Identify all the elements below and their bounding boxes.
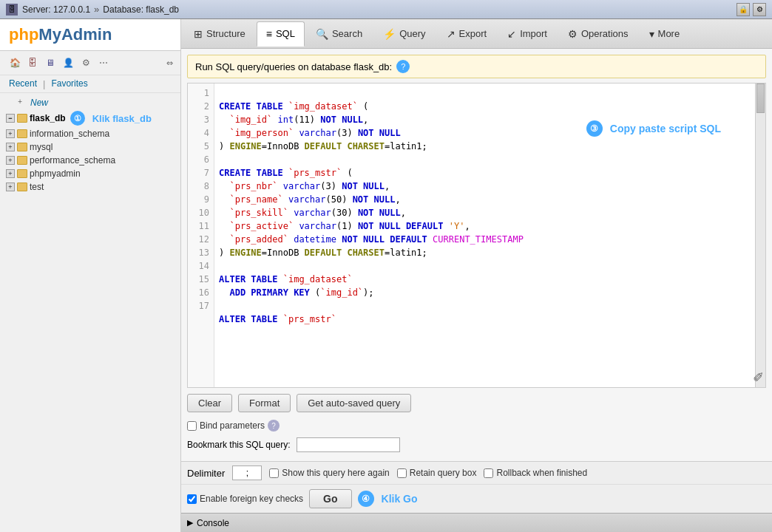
scrollbar-vertical[interactable] (755, 83, 765, 387)
logo: phpMyAdmin (0, 19, 180, 51)
settings-icon[interactable]: ⚙ (753, 3, 766, 16)
lock-icon[interactable]: 🔒 (737, 3, 750, 16)
delimiter-input[interactable] (232, 466, 262, 480)
show-query-checkbox[interactable] (269, 468, 279, 478)
tab-search[interactable]: 🔍 Search (306, 21, 372, 47)
db-information-schema[interactable]: + information_schema (0, 127, 180, 140)
retain-query-option: Retain query box (397, 468, 477, 478)
tab-more[interactable]: ▾ More (640, 21, 690, 47)
bind-params-option: Bind parameters ? (187, 420, 280, 432)
title-bar: 🗄 Server: 127.0.0.1 » Database: flask_db… (0, 0, 772, 19)
tab-sql[interactable]: ≡ SQL ② Klik tab SQL (257, 21, 305, 47)
tab-export[interactable]: ↗ Export (437, 21, 497, 47)
db-flask-db[interactable]: − flask_db ① Klik flask_db (0, 109, 180, 127)
tab-query[interactable]: ⚡ Query (373, 21, 435, 47)
bottom-section: Delimiter Show this query here again Ret… (181, 461, 772, 513)
help-icon[interactable]: ? (396, 60, 410, 73)
bind-params-checkbox[interactable] (187, 421, 197, 431)
expand-editor-icon[interactable]: ✐ (753, 369, 764, 386)
console-label: Console (197, 518, 229, 528)
bookmark-row: Bookmark this SQL query: (187, 434, 766, 455)
bind-params-row: Bind parameters ? (187, 417, 766, 434)
sql-header: Run SQL query/queries on database flask_… (187, 55, 766, 78)
separator: » (94, 4, 99, 15)
favorites-link[interactable]: Favorites (48, 78, 90, 89)
annotation-1: ① (70, 111, 85, 126)
retain-query-label: Retain query box (410, 468, 477, 478)
rollback-checkbox[interactable] (484, 468, 493, 478)
clear-button[interactable]: Clear (187, 394, 232, 412)
main-content: ⊞ Structure ≡ SQL ② Klik tab SQL 🔍 Searc… (181, 19, 772, 532)
console-icon: ▶ (187, 518, 193, 528)
expand-perf-schema[interactable]: + (6, 156, 15, 165)
show-query-option: Show this query here again (269, 468, 389, 478)
rollback-label: Rollback when finished (496, 468, 587, 478)
tab-import[interactable]: ↙ Import (498, 21, 557, 47)
foreign-keys-checkbox[interactable] (187, 494, 197, 504)
go-button[interactable]: Go (309, 489, 351, 508)
new-icon: + (18, 98, 28, 108)
autosave-button[interactable]: Get auto-saved query (297, 394, 411, 412)
scrollbar-thumb[interactable] (756, 83, 765, 113)
bookmark-label: Bookmark this SQL query: (187, 440, 291, 450)
db-performance-schema[interactable]: + performance_schema (0, 154, 180, 167)
bind-params-label: Bind parameters (200, 420, 265, 431)
folder-test (17, 183, 27, 191)
expand-info-schema[interactable]: + (6, 129, 15, 138)
rollback-option: Rollback when finished (484, 468, 587, 478)
folder-phpmyadmin (17, 169, 27, 178)
bookmark-input[interactable] (297, 437, 400, 452)
import-icon: ↙ (507, 28, 516, 40)
users-icon[interactable]: 👤 (61, 55, 75, 70)
go-row: Enable foreign key checks Go ④ Klik Go (181, 485, 772, 513)
console-bar[interactable]: ▶ Console (181, 513, 772, 532)
expand-test[interactable]: + (6, 183, 15, 191)
more-icon[interactable]: ⋯ (96, 55, 111, 70)
window-controls[interactable]: 🔒 ⚙ (737, 3, 766, 16)
sql-icon: ≡ (266, 28, 272, 40)
expand-phpmyadmin[interactable]: + (6, 169, 15, 178)
sidebar: phpMyAdmin 🏠 🗄 🖥 👤 ⚙ ⋯ ⇔ Recent | Favori… (0, 19, 181, 532)
db-tree: + New − flask_db ① Klik flask_db + infor… (0, 93, 180, 532)
retain-query-checkbox[interactable] (397, 468, 407, 478)
logo-my: My (38, 25, 61, 44)
format-button[interactable]: Format (238, 394, 291, 412)
folder-perf-schema (17, 156, 27, 165)
settings-icon[interactable]: ⚙ (78, 55, 93, 70)
server-label: Server: 127.0.0.1 (22, 4, 90, 15)
folder-flask-db (17, 114, 27, 123)
foreign-key-option: Enable foreign key checks (187, 494, 303, 504)
code-editor[interactable]: ③ Copy paste script SQL 1 2 3 4 5 6 7 8 … (187, 83, 766, 388)
export-icon: ↗ (447, 28, 456, 40)
database-icon[interactable]: 🗄 (25, 55, 40, 70)
bind-params-help[interactable]: ? (268, 420, 280, 432)
sidebar-nav: Recent | Favorites (0, 75, 180, 93)
structure-icon: ⊞ (194, 28, 203, 40)
db-test[interactable]: + test (0, 180, 180, 194)
search-icon: 🔍 (316, 28, 328, 40)
recent-link[interactable]: Recent (6, 78, 40, 89)
content-body: Run SQL query/queries on database flask_… (181, 49, 772, 461)
line-numbers: 1 2 3 4 5 6 7 8 9 10 11 12 13 14 15 16 1 (188, 83, 214, 387)
expand-flask-db[interactable]: − (6, 114, 15, 123)
foreign-keys-label: Enable foreign key checks (200, 494, 303, 504)
new-item[interactable]: + New (0, 96, 180, 109)
expand-mysql[interactable]: + (6, 143, 15, 151)
folder-info-schema (17, 129, 27, 138)
expand-icon[interactable]: ⇔ (166, 58, 173, 68)
home-icon[interactable]: 🏠 (7, 55, 22, 70)
sql-header-text: Run SQL query/queries on database flask_… (195, 61, 392, 72)
server-icon[interactable]: 🖥 (43, 55, 58, 70)
db-phpmyadmin[interactable]: + phpmyadmin (0, 167, 180, 180)
database-label: Database: flask_db (103, 4, 179, 15)
tab-structure[interactable]: ⊞ Structure (184, 21, 255, 47)
delimiter-label: Delimiter (187, 468, 225, 479)
tab-operations[interactable]: ⚙ Operations (558, 21, 638, 47)
more-tab-icon: ▾ (649, 28, 654, 40)
delimiter-row: Delimiter Show this query here again Ret… (181, 462, 772, 485)
sql-editor-textarea[interactable]: CREATE TABLE `img_dataset` ( `img_id` in… (214, 83, 755, 387)
db-mysql[interactable]: + mysql (0, 140, 180, 154)
editor-controls: Clear Format Get auto-saved query (187, 388, 766, 417)
annotation-4-container: ④ Klik Go (358, 491, 418, 507)
db-icon: 🗄 (6, 4, 18, 16)
